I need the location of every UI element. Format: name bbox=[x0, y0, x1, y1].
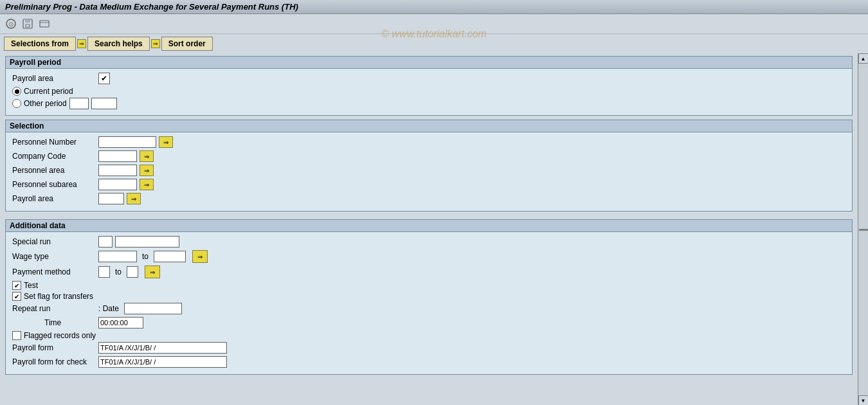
time-row: Time bbox=[12, 317, 845, 328]
payroll-period-header: Payroll period bbox=[6, 57, 852, 69]
repeat-run-label: Repeat run bbox=[12, 304, 96, 313]
company-code-input[interactable] bbox=[98, 150, 137, 162]
svg-text:⊙: ⊙ bbox=[8, 21, 14, 28]
payment-method-to-input[interactable] bbox=[127, 266, 138, 278]
personnel-area-label: Personnel area bbox=[12, 166, 96, 175]
payroll-area-label: Payroll area bbox=[12, 74, 96, 83]
tab-selections-from[interactable]: Selections from bbox=[4, 37, 76, 51]
personnel-number-select-btn[interactable]: ⇒ bbox=[159, 136, 173, 148]
wage-type-row: Wage type to ⇒ bbox=[12, 250, 845, 263]
wage-type-to-label: to bbox=[142, 252, 149, 261]
flagged-records-checkbox[interactable] bbox=[12, 331, 21, 340]
payroll-period-section: Payroll period Payroll area ✔ Current pe… bbox=[5, 56, 853, 116]
selection-payroll-area-row: Payroll area ⇒ bbox=[12, 193, 845, 204]
personnel-number-label: Personnel Number bbox=[12, 138, 96, 147]
selection-section: Selection Personnel Number ⇒ Company Cod… bbox=[5, 120, 853, 212]
save-icon[interactable] bbox=[21, 17, 35, 31]
payment-method-from-input[interactable] bbox=[98, 266, 110, 278]
selection-payroll-area-input[interactable] bbox=[98, 193, 124, 204]
back-icon[interactable]: ⊙ bbox=[4, 17, 18, 31]
scroll-grip bbox=[859, 229, 868, 231]
title-bar: Preliminary Prog - Data Medium Exchange … bbox=[0, 0, 868, 14]
selection-header: Selection bbox=[6, 120, 852, 132]
svg-rect-5 bbox=[40, 21, 49, 27]
test-row: ✔ Test bbox=[12, 281, 845, 290]
personnel-subarea-select-btn[interactable]: ⇒ bbox=[140, 179, 154, 190]
tab-sort-order-label: Sort order bbox=[168, 39, 206, 48]
scrollbar: ▲ ▼ bbox=[858, 53, 868, 405]
test-label: Test bbox=[24, 281, 38, 290]
payroll-form-check-row: Payroll form for check bbox=[12, 356, 845, 368]
other-period-label: Other period bbox=[24, 99, 67, 108]
tab-bar: Selections from ⇒ Search helps ⇒ Sort or… bbox=[0, 34, 868, 53]
company-code-label: Company Code bbox=[12, 152, 96, 161]
wage-type-label: Wage type bbox=[12, 252, 96, 261]
info-icon[interactable] bbox=[37, 17, 51, 31]
personnel-subarea-input[interactable] bbox=[98, 179, 137, 190]
payment-method-label: Payment method bbox=[12, 267, 96, 276]
time-input[interactable] bbox=[98, 317, 143, 328]
time-label: Time bbox=[12, 318, 96, 327]
tab-selections-from-label: Selections from bbox=[11, 39, 69, 48]
repeat-run-row: Repeat run : Date bbox=[12, 303, 845, 314]
tab-search-helps[interactable]: Search helps bbox=[87, 37, 150, 51]
special-run-label: Special run bbox=[12, 237, 96, 246]
payroll-form-row: Payroll form bbox=[12, 342, 845, 354]
set-flag-checkbox[interactable]: ✔ bbox=[12, 292, 21, 301]
special-run-input1[interactable] bbox=[98, 236, 113, 248]
personnel-area-input[interactable] bbox=[98, 165, 137, 176]
current-period-row: Current period bbox=[12, 87, 845, 96]
payment-method-to-label: to bbox=[115, 267, 122, 276]
wage-type-select-btn[interactable]: ⇒ bbox=[192, 250, 208, 263]
payroll-area-checkbox[interactable]: ✔ bbox=[98, 73, 110, 84]
wage-type-to-input[interactable] bbox=[154, 251, 186, 262]
personnel-area-select-btn[interactable]: ⇒ bbox=[140, 165, 154, 176]
other-period-input1[interactable] bbox=[69, 98, 89, 109]
tab-search-helps-label: Search helps bbox=[95, 39, 143, 48]
company-code-row: Company Code ⇒ bbox=[12, 150, 845, 162]
tab-arrow-search: ⇒ bbox=[77, 39, 86, 48]
personnel-subarea-label: Personnel subarea bbox=[12, 180, 96, 189]
repeat-run-date-input[interactable] bbox=[124, 303, 182, 314]
payment-method-select-btn[interactable]: ⇒ bbox=[145, 266, 160, 278]
svg-rect-3 bbox=[25, 19, 30, 22]
flagged-records-row: Flagged records only bbox=[12, 331, 845, 340]
payroll-form-check-input[interactable] bbox=[98, 356, 227, 368]
personnel-number-row: Personnel Number ⇒ bbox=[12, 136, 845, 148]
other-period-input2[interactable] bbox=[91, 98, 117, 109]
scroll-down-btn[interactable]: ▼ bbox=[858, 395, 869, 405]
payroll-form-input[interactable] bbox=[98, 342, 227, 354]
other-period-row: Other period bbox=[12, 98, 845, 109]
set-flag-label: Set flag for transfers bbox=[24, 292, 93, 301]
payroll-area-row: Payroll area ✔ bbox=[12, 73, 845, 84]
current-period-radio[interactable] bbox=[12, 87, 21, 96]
payroll-period-body: Payroll area ✔ Current period Other peri… bbox=[6, 69, 852, 115]
tab-sort-order[interactable]: Sort order bbox=[161, 37, 213, 51]
window-title: Preliminary Prog - Data Medium Exchange … bbox=[5, 2, 298, 12]
selection-payroll-area-select-btn[interactable]: ⇒ bbox=[127, 193, 141, 204]
company-code-select-btn[interactable]: ⇒ bbox=[140, 150, 154, 162]
additional-data-section: Additional data Special run Wage type to… bbox=[5, 219, 853, 375]
set-flag-row: ✔ Set flag for transfers bbox=[12, 292, 845, 301]
selection-payroll-area-label: Payroll area bbox=[12, 194, 96, 203]
other-period-radio[interactable] bbox=[12, 99, 21, 108]
personnel-area-row: Personnel area ⇒ bbox=[12, 165, 845, 176]
special-run-input2[interactable] bbox=[115, 236, 179, 248]
date-label: : Date bbox=[98, 304, 119, 313]
toolbar: ⊙ bbox=[0, 14, 868, 34]
special-run-row: Special run bbox=[12, 236, 845, 248]
personnel-subarea-row: Personnel subarea ⇒ bbox=[12, 179, 845, 190]
tab-arrow-sort: ⇒ bbox=[151, 39, 160, 48]
test-checkbox[interactable]: ✔ bbox=[12, 281, 21, 290]
selection-body: Personnel Number ⇒ Company Code ⇒ Person… bbox=[6, 132, 852, 211]
wage-type-from-input[interactable] bbox=[98, 251, 137, 262]
payment-method-row: Payment method to ⇒ bbox=[12, 266, 845, 278]
personnel-number-input[interactable] bbox=[98, 136, 156, 148]
svg-rect-4 bbox=[26, 24, 30, 27]
additional-data-header: Additional data bbox=[6, 220, 852, 232]
flagged-records-label: Flagged records only bbox=[24, 331, 96, 340]
payroll-form-label: Payroll form bbox=[12, 343, 96, 352]
scroll-up-btn[interactable]: ▲ bbox=[858, 53, 869, 64]
additional-data-body: Special run Wage type to ⇒ Payment metho… bbox=[6, 232, 852, 374]
current-period-label: Current period bbox=[24, 87, 73, 96]
